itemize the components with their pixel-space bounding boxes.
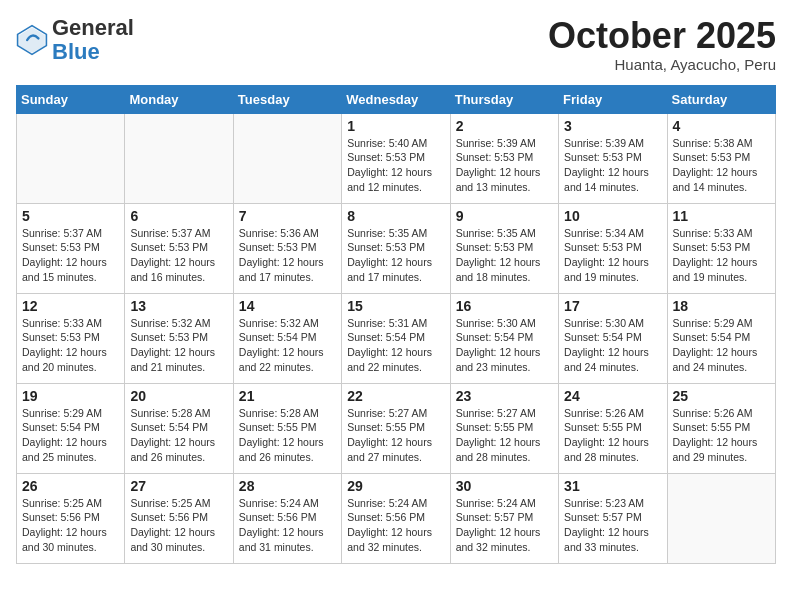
calendar-cell xyxy=(667,473,775,563)
day-number: 25 xyxy=(673,388,770,404)
day-detail: Sunrise: 5:38 AM Sunset: 5:53 PM Dayligh… xyxy=(673,136,770,195)
calendar-week-row: 26Sunrise: 5:25 AM Sunset: 5:56 PM Dayli… xyxy=(17,473,776,563)
calendar-cell: 10Sunrise: 5:34 AM Sunset: 5:53 PM Dayli… xyxy=(559,203,667,293)
day-number: 29 xyxy=(347,478,444,494)
day-detail: Sunrise: 5:37 AM Sunset: 5:53 PM Dayligh… xyxy=(22,226,119,285)
day-detail: Sunrise: 5:37 AM Sunset: 5:53 PM Dayligh… xyxy=(130,226,227,285)
logo-general: General xyxy=(52,15,134,40)
day-detail: Sunrise: 5:39 AM Sunset: 5:53 PM Dayligh… xyxy=(456,136,553,195)
day-number: 17 xyxy=(564,298,661,314)
day-number: 15 xyxy=(347,298,444,314)
calendar-cell: 9Sunrise: 5:35 AM Sunset: 5:53 PM Daylig… xyxy=(450,203,558,293)
calendar-cell: 25Sunrise: 5:26 AM Sunset: 5:55 PM Dayli… xyxy=(667,383,775,473)
weekday-header: Saturday xyxy=(667,85,775,113)
calendar-cell: 15Sunrise: 5:31 AM Sunset: 5:54 PM Dayli… xyxy=(342,293,450,383)
day-number: 28 xyxy=(239,478,336,494)
day-number: 10 xyxy=(564,208,661,224)
day-number: 4 xyxy=(673,118,770,134)
calendar-cell: 28Sunrise: 5:24 AM Sunset: 5:56 PM Dayli… xyxy=(233,473,341,563)
day-detail: Sunrise: 5:23 AM Sunset: 5:57 PM Dayligh… xyxy=(564,496,661,555)
month-title: October 2025 xyxy=(548,16,776,56)
day-number: 3 xyxy=(564,118,661,134)
weekday-header: Thursday xyxy=(450,85,558,113)
day-detail: Sunrise: 5:40 AM Sunset: 5:53 PM Dayligh… xyxy=(347,136,444,195)
weekday-header-row: SundayMondayTuesdayWednesdayThursdayFrid… xyxy=(17,85,776,113)
calendar-cell: 1Sunrise: 5:40 AM Sunset: 5:53 PM Daylig… xyxy=(342,113,450,203)
day-detail: Sunrise: 5:33 AM Sunset: 5:53 PM Dayligh… xyxy=(673,226,770,285)
calendar-cell: 26Sunrise: 5:25 AM Sunset: 5:56 PM Dayli… xyxy=(17,473,125,563)
day-number: 23 xyxy=(456,388,553,404)
weekday-header: Tuesday xyxy=(233,85,341,113)
calendar-cell: 21Sunrise: 5:28 AM Sunset: 5:55 PM Dayli… xyxy=(233,383,341,473)
day-detail: Sunrise: 5:29 AM Sunset: 5:54 PM Dayligh… xyxy=(22,406,119,465)
day-number: 13 xyxy=(130,298,227,314)
calendar-week-row: 1Sunrise: 5:40 AM Sunset: 5:53 PM Daylig… xyxy=(17,113,776,203)
day-number: 7 xyxy=(239,208,336,224)
day-detail: Sunrise: 5:28 AM Sunset: 5:55 PM Dayligh… xyxy=(239,406,336,465)
calendar-cell: 4Sunrise: 5:38 AM Sunset: 5:53 PM Daylig… xyxy=(667,113,775,203)
day-number: 6 xyxy=(130,208,227,224)
day-detail: Sunrise: 5:25 AM Sunset: 5:56 PM Dayligh… xyxy=(22,496,119,555)
day-detail: Sunrise: 5:26 AM Sunset: 5:55 PM Dayligh… xyxy=(673,406,770,465)
calendar-cell: 20Sunrise: 5:28 AM Sunset: 5:54 PM Dayli… xyxy=(125,383,233,473)
day-number: 2 xyxy=(456,118,553,134)
day-detail: Sunrise: 5:35 AM Sunset: 5:53 PM Dayligh… xyxy=(347,226,444,285)
day-detail: Sunrise: 5:36 AM Sunset: 5:53 PM Dayligh… xyxy=(239,226,336,285)
day-number: 30 xyxy=(456,478,553,494)
calendar-cell: 19Sunrise: 5:29 AM Sunset: 5:54 PM Dayli… xyxy=(17,383,125,473)
day-number: 21 xyxy=(239,388,336,404)
day-number: 8 xyxy=(347,208,444,224)
day-detail: Sunrise: 5:39 AM Sunset: 5:53 PM Dayligh… xyxy=(564,136,661,195)
day-number: 20 xyxy=(130,388,227,404)
day-detail: Sunrise: 5:24 AM Sunset: 5:57 PM Dayligh… xyxy=(456,496,553,555)
day-detail: Sunrise: 5:31 AM Sunset: 5:54 PM Dayligh… xyxy=(347,316,444,375)
day-number: 9 xyxy=(456,208,553,224)
page-header: General Blue October 2025 Huanta, Ayacuc… xyxy=(16,16,776,73)
day-detail: Sunrise: 5:24 AM Sunset: 5:56 PM Dayligh… xyxy=(239,496,336,555)
weekday-header: Monday xyxy=(125,85,233,113)
weekday-header: Sunday xyxy=(17,85,125,113)
calendar-cell: 2Sunrise: 5:39 AM Sunset: 5:53 PM Daylig… xyxy=(450,113,558,203)
calendar-cell: 6Sunrise: 5:37 AM Sunset: 5:53 PM Daylig… xyxy=(125,203,233,293)
day-detail: Sunrise: 5:32 AM Sunset: 5:53 PM Dayligh… xyxy=(130,316,227,375)
day-number: 18 xyxy=(673,298,770,314)
calendar-cell xyxy=(233,113,341,203)
calendar-cell: 27Sunrise: 5:25 AM Sunset: 5:56 PM Dayli… xyxy=(125,473,233,563)
calendar-cell: 24Sunrise: 5:26 AM Sunset: 5:55 PM Dayli… xyxy=(559,383,667,473)
day-detail: Sunrise: 5:24 AM Sunset: 5:56 PM Dayligh… xyxy=(347,496,444,555)
day-number: 1 xyxy=(347,118,444,134)
weekday-header: Wednesday xyxy=(342,85,450,113)
logo-icon xyxy=(16,24,48,56)
day-number: 19 xyxy=(22,388,119,404)
calendar-table: SundayMondayTuesdayWednesdayThursdayFrid… xyxy=(16,85,776,564)
day-detail: Sunrise: 5:30 AM Sunset: 5:54 PM Dayligh… xyxy=(456,316,553,375)
calendar-cell xyxy=(17,113,125,203)
day-number: 27 xyxy=(130,478,227,494)
logo: General Blue xyxy=(16,16,134,64)
day-number: 11 xyxy=(673,208,770,224)
calendar-cell: 31Sunrise: 5:23 AM Sunset: 5:57 PM Dayli… xyxy=(559,473,667,563)
day-number: 12 xyxy=(22,298,119,314)
calendar-cell xyxy=(125,113,233,203)
calendar-cell: 12Sunrise: 5:33 AM Sunset: 5:53 PM Dayli… xyxy=(17,293,125,383)
location: Huanta, Ayacucho, Peru xyxy=(548,56,776,73)
calendar-cell: 17Sunrise: 5:30 AM Sunset: 5:54 PM Dayli… xyxy=(559,293,667,383)
day-detail: Sunrise: 5:27 AM Sunset: 5:55 PM Dayligh… xyxy=(456,406,553,465)
day-number: 22 xyxy=(347,388,444,404)
day-number: 14 xyxy=(239,298,336,314)
logo-text: General Blue xyxy=(52,16,134,64)
day-detail: Sunrise: 5:29 AM Sunset: 5:54 PM Dayligh… xyxy=(673,316,770,375)
title-block: October 2025 Huanta, Ayacucho, Peru xyxy=(548,16,776,73)
logo-blue: Blue xyxy=(52,39,100,64)
calendar-week-row: 5Sunrise: 5:37 AM Sunset: 5:53 PM Daylig… xyxy=(17,203,776,293)
calendar-cell: 22Sunrise: 5:27 AM Sunset: 5:55 PM Dayli… xyxy=(342,383,450,473)
day-detail: Sunrise: 5:30 AM Sunset: 5:54 PM Dayligh… xyxy=(564,316,661,375)
calendar-cell: 3Sunrise: 5:39 AM Sunset: 5:53 PM Daylig… xyxy=(559,113,667,203)
calendar-cell: 30Sunrise: 5:24 AM Sunset: 5:57 PM Dayli… xyxy=(450,473,558,563)
calendar-week-row: 12Sunrise: 5:33 AM Sunset: 5:53 PM Dayli… xyxy=(17,293,776,383)
calendar-cell: 29Sunrise: 5:24 AM Sunset: 5:56 PM Dayli… xyxy=(342,473,450,563)
day-number: 5 xyxy=(22,208,119,224)
calendar-cell: 16Sunrise: 5:30 AM Sunset: 5:54 PM Dayli… xyxy=(450,293,558,383)
calendar-cell: 23Sunrise: 5:27 AM Sunset: 5:55 PM Dayli… xyxy=(450,383,558,473)
calendar-cell: 8Sunrise: 5:35 AM Sunset: 5:53 PM Daylig… xyxy=(342,203,450,293)
